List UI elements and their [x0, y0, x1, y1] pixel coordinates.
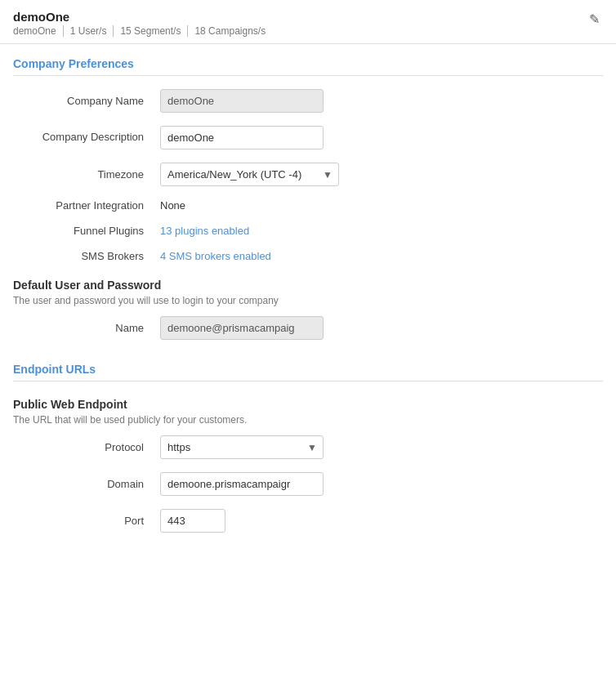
domain-input[interactable] [160, 472, 324, 496]
sms-brokers-row: SMS Brokers 4 SMS brokers enabled [13, 250, 603, 262]
domain-row: Domain [13, 472, 603, 496]
page-content: Company Preferences Company Name Company… [0, 57, 616, 565]
default-user-name-row: Name [13, 316, 603, 340]
endpoint-urls-section: Endpoint URLs Public Web Endpoint The UR… [13, 363, 603, 533]
header-meta: demoOne 1 User/s 15 Segment/s 18 Campaig… [13, 25, 272, 37]
company-preferences-section: Company Preferences Company Name Company… [13, 57, 603, 262]
port-input[interactable] [160, 509, 225, 533]
protocol-select-wrapper: https http ▼ [160, 435, 324, 459]
default-user-desc: The user and password you will use to lo… [13, 295, 603, 306]
endpoint-urls-title: Endpoint URLs [13, 363, 603, 376]
section-divider [13, 75, 603, 76]
default-user-name-label: Name [13, 322, 160, 334]
header-left: demoOne demoOne 1 User/s 15 Segment/s 18… [13, 10, 272, 37]
port-row: Port [13, 509, 603, 533]
company-description-label: Company Description [13, 126, 160, 143]
port-label: Port [13, 515, 160, 527]
meta-segments: 15 Segment/s [114, 25, 188, 37]
sms-brokers-link[interactable]: 4 SMS brokers enabled [160, 250, 271, 262]
default-user-title: Default User and Password [13, 279, 603, 292]
partner-integration-label: Partner Integration [13, 199, 160, 212]
meta-company: demoOne [13, 25, 64, 37]
partner-integration-value: None [160, 199, 185, 212]
protocol-select[interactable]: https http [160, 435, 324, 459]
partner-integration-row: Partner Integration None [13, 199, 603, 212]
company-name-input[interactable] [160, 89, 324, 113]
timezone-select[interactable]: America/New_York (UTC -4) America/Chicag… [160, 163, 339, 186]
timezone-row: Timezone America/New_York (UTC -4) Ameri… [13, 163, 603, 186]
default-user-section: Default User and Password The user and p… [13, 279, 603, 340]
public-web-endpoint-desc: The URL that will be used publicly for y… [13, 414, 603, 426]
meta-users: 1 User/s [64, 25, 114, 37]
timezone-label: Timezone [13, 168, 160, 181]
page-header: demoOne demoOne 1 User/s 15 Segment/s 18… [0, 0, 616, 44]
sms-brokers-label: SMS Brokers [13, 250, 160, 262]
company-description-row: Company Description [13, 126, 603, 149]
funnel-plugins-link[interactable]: 13 plugins enabled [160, 225, 249, 237]
edit-button[interactable]: ✎ [586, 10, 603, 29]
timezone-select-wrapper: America/New_York (UTC -4) America/Chicag… [160, 163, 339, 186]
public-web-endpoint-subsection: Public Web Endpoint The URL that will be… [13, 398, 603, 426]
funnel-plugins-row: Funnel Plugins 13 plugins enabled [13, 225, 603, 237]
public-web-endpoint-title: Public Web Endpoint [13, 398, 603, 411]
default-user-name-input[interactable] [160, 316, 324, 340]
funnel-plugins-label: Funnel Plugins [13, 225, 160, 237]
company-name-row: Company Name [13, 89, 603, 113]
company-description-input[interactable] [160, 126, 324, 149]
meta-campaigns: 18 Campaigns/s [188, 25, 272, 37]
company-preferences-title: Company Preferences [13, 57, 603, 70]
page-title: demoOne [13, 10, 272, 24]
company-name-label: Company Name [13, 95, 160, 107]
protocol-row: Protocol https http ▼ [13, 435, 603, 459]
domain-label: Domain [13, 478, 160, 490]
endpoint-section-divider [13, 381, 603, 381]
protocol-label: Protocol [13, 441, 160, 453]
